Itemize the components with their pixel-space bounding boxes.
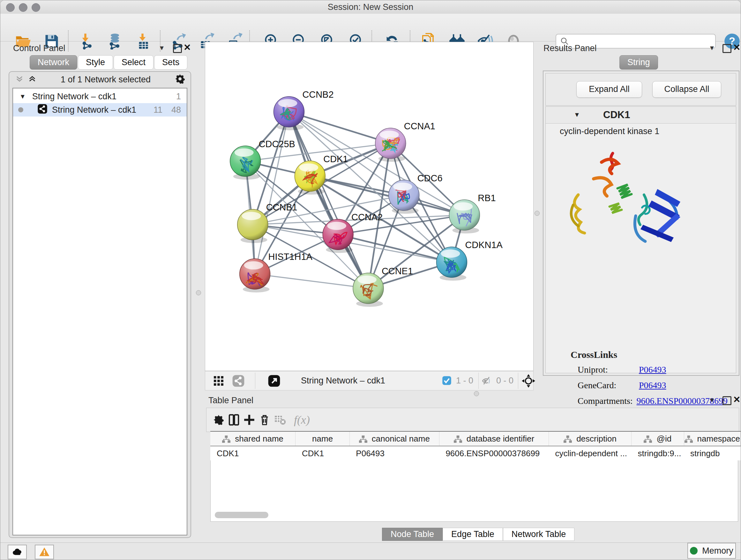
node-label: CDKN1A — [465, 240, 502, 250]
shared-column-icon — [359, 435, 367, 443]
horizontal-scrollbar[interactable] — [215, 512, 268, 518]
node-label: CDC6 — [417, 173, 443, 183]
expand-all-networks-icon[interactable] — [28, 74, 37, 84]
function-builder-icon: f(x) — [287, 412, 316, 428]
node-label: CCNB1 — [266, 202, 297, 212]
table-panel-title: Table Panel — [208, 395, 253, 406]
column-header-shared-name[interactable]: shared name — [210, 431, 295, 446]
crosslink-row: GeneCard:P06493 — [578, 380, 728, 390]
node-table[interactable]: shared namenamecanonical namedatabase id… — [210, 431, 741, 460]
network-label: String Network – cdk1 — [52, 105, 136, 115]
import-table-icon[interactable] — [135, 32, 154, 51]
birdseye-navigator-icon[interactable] — [522, 374, 535, 389]
network-node-ccnb2[interactable]: CCNB2 — [274, 89, 334, 130]
crosslink-link[interactable]: P06493 — [639, 365, 666, 375]
column-header-description[interactable]: description — [549, 431, 631, 446]
table-panel-float-icon[interactable] — [723, 396, 731, 405]
cloud-button[interactable] — [8, 545, 27, 559]
collection-expand-icon[interactable]: ▼ — [19, 93, 26, 100]
control-panel-float-icon[interactable] — [173, 44, 182, 53]
tab-style[interactable]: Style — [78, 55, 113, 70]
network-row[interactable]: String Network – cdk1 11 48 — [13, 103, 187, 117]
table-row[interactable]: CDK1CDK1P064939606.ENSP00000378699cyclin… — [210, 446, 741, 460]
table-cell[interactable]: CDK1 — [210, 446, 295, 460]
import-network-file-icon[interactable] — [78, 32, 97, 51]
network-collection-row[interactable]: ▼ String Network – cdk1 1 — [13, 90, 187, 103]
tab-select[interactable]: Select — [114, 55, 153, 70]
network-edge[interactable] — [255, 274, 368, 288]
collapse-all-button[interactable]: Collapse All — [652, 81, 721, 98]
tab-network-table[interactable]: Network Table — [503, 528, 575, 541]
right-splitter-handle[interactable] — [535, 211, 540, 216]
network-node-count: 11 — [153, 105, 162, 115]
network-node-cdk1[interactable]: CDK1 — [294, 154, 348, 195]
shared-column-icon — [563, 435, 572, 443]
table-cell[interactable]: 9606.ENSP00000378699 — [439, 446, 549, 460]
results-panel-title: Results Panel — [543, 44, 597, 53]
open-in-window-icon[interactable] — [268, 374, 280, 388]
network-graph[interactable]: CCNB2CCNA1CDC25BCDK1CDC6RB1CCNB1CCNA2CDK… — [205, 42, 533, 371]
table-options-gear-icon[interactable] — [211, 412, 226, 428]
network-node-ccna1[interactable]: CCNA1 — [375, 121, 435, 162]
table-cell[interactable]: stringdb — [684, 446, 740, 460]
control-panel-menu-icon[interactable]: ▼ — [158, 44, 165, 52]
delete-column-icon[interactable] — [257, 412, 272, 428]
table-panel-menu-icon[interactable]: ▼ — [709, 396, 715, 404]
table-toolbar: f(x) — [206, 408, 739, 432]
table-cell[interactable]: stringdb:9... — [631, 446, 684, 460]
horizontal-splitter-handle[interactable] — [474, 391, 479, 396]
import-network-database-icon[interactable] — [106, 32, 124, 51]
column-header-canonical-name[interactable]: canonical name — [349, 431, 439, 446]
crosslink-link[interactable]: P06493 — [639, 380, 666, 390]
show-columns-icon[interactable] — [226, 412, 242, 428]
tab-sets[interactable]: Sets — [154, 55, 187, 70]
gene-collapse-icon[interactable]: ▼ — [574, 111, 580, 118]
memory-button[interactable]: Memory — [687, 543, 736, 559]
network-share-icon[interactable] — [232, 374, 245, 388]
node-label: CCNE1 — [382, 266, 413, 276]
network-node-ccne1[interactable]: CCNE1 — [353, 266, 413, 307]
selected-checkbox-icon[interactable] — [442, 376, 452, 387]
tab-edge-table[interactable]: Edge Table — [443, 528, 503, 541]
collapse-all-networks-icon[interactable] — [15, 74, 24, 84]
table-cell[interactable]: CDK1 — [295, 446, 349, 460]
crosslinks-heading: CrossLinks — [570, 349, 617, 360]
column-header--id[interactable]: @id — [631, 431, 684, 446]
network-edge[interactable] — [289, 112, 390, 143]
column-header-label: description — [576, 434, 616, 443]
column-header-name[interactable]: name — [295, 431, 349, 446]
network-node-rb1[interactable]: RB1 — [449, 193, 496, 234]
table-cell[interactable]: P06493 — [349, 446, 439, 460]
grid-view-icon[interactable] — [213, 375, 224, 388]
network-edge[interactable] — [255, 112, 289, 274]
tab-node-table[interactable]: Node Table — [382, 528, 443, 541]
shared-column-icon — [684, 435, 693, 443]
results-panel-close-icon[interactable]: ✕ — [733, 42, 740, 53]
warning-icon — [39, 547, 50, 557]
table-panel-close-icon[interactable]: ✕ — [733, 394, 740, 405]
expand-all-button[interactable]: Expand All — [576, 81, 642, 98]
network-options-gear-icon[interactable] — [175, 73, 185, 85]
shared-column-icon — [644, 435, 652, 443]
network-node-cdkn1a[interactable]: CDKN1A — [436, 240, 503, 281]
app-window: Session: New Session — [0, 0, 741, 560]
tab-network[interactable]: Network — [30, 55, 77, 70]
crosslink-row: Compartments:9606.ENSP00000378699 — [578, 396, 728, 406]
control-panel-close-icon[interactable]: ✕ — [184, 42, 191, 53]
network-node-hist1h1a[interactable]: HIST1H1A — [240, 252, 313, 293]
column-header-database-identifier[interactable]: database identifier — [439, 431, 549, 446]
create-column-icon[interactable] — [242, 412, 257, 428]
left-splitter-handle[interactable] — [196, 290, 201, 295]
tab-string[interactable]: String — [619, 55, 658, 70]
collection-count: 1 — [176, 91, 181, 102]
warning-button[interactable] — [35, 545, 54, 559]
network-canvas[interactable]: CCNB2CCNA1CDC25BCDK1CDC6RB1CCNB1CCNA2CDK… — [205, 42, 534, 371]
column-header-namespace[interactable]: namespace — [684, 431, 740, 446]
gene-section: ▼ CDK1 cyclin-dependent kinase 1 — [545, 106, 736, 373]
column-header-label: database identifier — [467, 434, 534, 443]
table-header-row[interactable]: shared namenamecanonical namedatabase id… — [210, 431, 741, 446]
table-cell[interactable]: cyclin-dependent ... — [549, 446, 631, 460]
results-panel-float-icon[interactable] — [723, 44, 731, 53]
results-panel-menu-icon[interactable]: ▼ — [709, 44, 715, 52]
gene-header[interactable]: ▼ CDK1 — [546, 107, 736, 124]
